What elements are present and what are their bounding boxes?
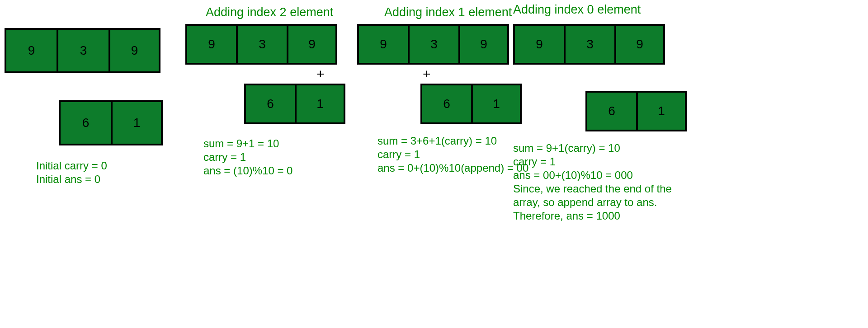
array-cell: 1	[636, 91, 687, 131]
explanation-text: sum = 9+1 = 10 carry = 1 ans = (10)%10 =…	[203, 137, 362, 178]
array-bottom: 6 1	[585, 91, 687, 131]
step-heading: Adding index 2 element	[206, 5, 362, 19]
array-top: 9 3 9	[513, 24, 687, 65]
array-cell: 9	[614, 24, 665, 65]
array-cell: 9	[108, 28, 160, 73]
array-cell: 9	[458, 24, 509, 65]
array-cell: 6	[59, 100, 111, 145]
step-initial: 9 3 9 6 1 Initial carry = 0 Initial ans …	[5, 28, 163, 145]
array-cell: 9	[287, 24, 337, 65]
array-cell: 1	[295, 84, 345, 124]
step-heading: Adding index 0 element	[513, 3, 687, 17]
array-cell: 6	[244, 84, 295, 124]
array-cell: 3	[57, 28, 108, 73]
step-index-0: Adding index 0 element 9 3 9 6 1 sum = 9…	[513, 3, 687, 223]
array-bottom: 6 1	[59, 100, 163, 145]
array-cell: 9	[513, 24, 564, 65]
array-cell: 3	[564, 24, 614, 65]
array-top: 9 3 9	[185, 24, 362, 65]
explanation-text: sum = 9+1(carry) = 10 carry = 1 ans = 00…	[513, 141, 680, 223]
plus-sign: +	[316, 66, 362, 82]
array-cell: 6	[585, 91, 636, 131]
explanation-text: Initial carry = 0 Initial ans = 0	[36, 159, 185, 186]
array-cell: 3	[408, 24, 458, 65]
array-bottom: 6 1	[244, 84, 362, 124]
array-cell: 6	[420, 84, 471, 124]
array-top: 9 3 9	[5, 28, 163, 73]
step-index-2: Adding index 2 element 9 3 9 + 6 1 sum =…	[185, 5, 362, 178]
array-cell: 9	[5, 28, 57, 73]
array-cell: 3	[236, 24, 287, 65]
array-cell: 9	[357, 24, 408, 65]
array-cell: 9	[185, 24, 236, 65]
array-cell: 1	[111, 100, 163, 145]
